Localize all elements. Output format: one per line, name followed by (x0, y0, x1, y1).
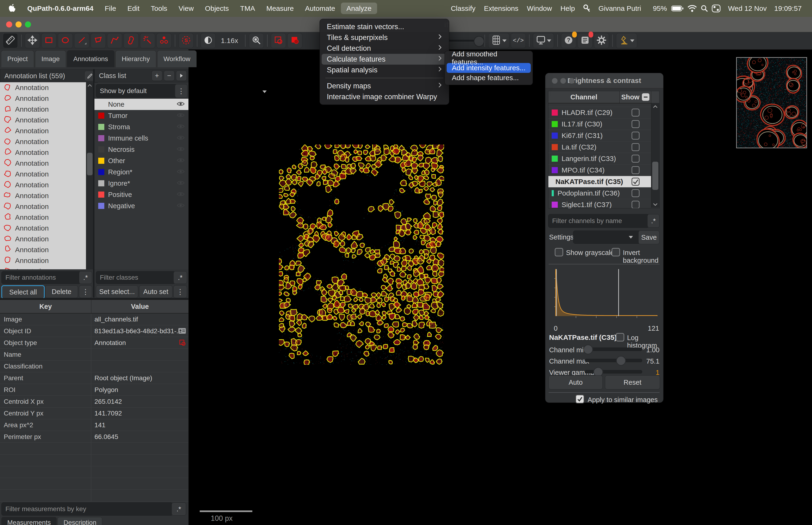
eye-icon[interactable] (177, 134, 185, 142)
channel-max-slider[interactable] (585, 359, 642, 362)
eye-icon[interactable] (177, 157, 185, 165)
show-column-header[interactable]: Show (619, 91, 651, 103)
measurement-row-classification[interactable]: Classification (0, 360, 188, 372)
dialog-title-bar[interactable]: Brightness & contrast (545, 73, 663, 88)
show-all-checkbox[interactable] (642, 93, 649, 101)
remove-class-button[interactable]: − (164, 71, 174, 81)
menu-item-density-maps[interactable]: Density maps (322, 80, 447, 91)
menu-item-calculate-features[interactable]: Calculate features (322, 54, 447, 65)
key-column-header[interactable]: Key (0, 300, 91, 313)
channel-row-hladr[interactable]: HLADR.tif (C29) (548, 107, 659, 118)
annotation-more-options-button[interactable]: ⋮ (79, 285, 92, 298)
class-color-swatch[interactable] (98, 146, 104, 152)
menu-item-estimate-stain-vectors-[interactable]: Estimate stain vectors... (322, 21, 447, 32)
menubar-item-view[interactable]: View (173, 3, 199, 14)
filter-channels-input[interactable]: Filter channels by name (548, 214, 649, 228)
channel-show-checkbox[interactable] (631, 143, 640, 151)
show-annotations-button[interactable] (271, 33, 286, 48)
annotation-list-item[interactable]: Annotation (0, 266, 93, 269)
channel-row-mpo[interactable]: MPO.tif (C34) (548, 165, 659, 176)
measurement-row-image[interactable]: Imageall_channels.tif (0, 314, 188, 325)
class-color-swatch[interactable] (98, 169, 104, 175)
zoom-window-button[interactable] (25, 21, 31, 28)
channel-color-swatch[interactable] (552, 133, 558, 139)
tab-hierarchy[interactable]: Hierarchy (116, 50, 156, 67)
measurement-row-centroid-x-px[interactable]: Centroid X px265.0142 (0, 396, 188, 407)
eye-icon[interactable] (177, 101, 185, 108)
class-item-none[interactable]: None (94, 99, 188, 110)
invert-background-checkbox[interactable] (612, 248, 620, 256)
channel-row-siglec1[interactable]: Siglec1.tif (C37) (548, 199, 659, 208)
annotation-list-item[interactable]: Annotation (0, 180, 93, 190)
brush-tool-button[interactable] (124, 33, 139, 48)
annotation-list-item[interactable]: Annotation (0, 223, 93, 234)
channel-min-slider[interactable] (585, 348, 642, 351)
channel-show-checkbox[interactable] (631, 166, 640, 174)
auto-set-button[interactable]: Auto set (139, 285, 172, 298)
measurement-row-object-id[interactable]: Object ID813ed1a3-b6e3-48d2-bd31-... (0, 325, 188, 337)
annotation-list-item[interactable]: Annotation (0, 234, 93, 244)
auto-button[interactable]: Auto (549, 375, 603, 389)
channel-show-checkbox[interactable] (631, 132, 640, 139)
tab-project[interactable]: Project (1, 50, 34, 67)
minimize-window-button[interactable] (16, 21, 21, 28)
channel-show-checkbox[interactable] (631, 155, 640, 163)
slider-thumb[interactable] (616, 356, 626, 366)
tab-annotations[interactable]: Annotations (67, 50, 114, 67)
channel-show-checkbox[interactable] (631, 189, 640, 197)
rectangle-tool-button[interactable] (41, 33, 56, 48)
channel-list-scrollbar[interactable] (651, 103, 659, 208)
filter-measurements-input[interactable]: Filter measurements by key (1, 502, 173, 515)
class-color-swatch[interactable] (98, 192, 104, 198)
log-histogram-checkbox[interactable] (616, 333, 624, 342)
class-color-swatch[interactable] (98, 203, 104, 209)
tab-workflow[interactable]: Workflow (157, 50, 197, 67)
channel-row-partial[interactable] (548, 103, 659, 107)
annotation-scrollbar-thumb[interactable] (87, 153, 93, 175)
menu-item-cell-detection[interactable]: Cell detection (322, 43, 447, 54)
measurement-row-centroid-y-px[interactable]: Centroid Y px141.7092 (0, 407, 188, 419)
menubar-item-tools[interactable]: Tools (145, 3, 173, 14)
menu-item-tiles-superpixels[interactable]: Tiles & superpixels (322, 32, 447, 43)
annotation-list-item[interactable]: Annotation (0, 169, 93, 180)
channel-row-nakatpase[interactable]: NaKATPase.tif (C35) (548, 176, 659, 188)
channel-scrollbar-thumb[interactable] (652, 162, 658, 190)
measurement-row-name[interactable]: Name (0, 349, 188, 360)
channel-color-swatch[interactable] (552, 155, 558, 162)
filter-annotations-input[interactable]: Filter annotations (1, 271, 81, 284)
eye-icon[interactable] (177, 146, 185, 153)
annotation-list-item[interactable]: Annotation (0, 158, 93, 169)
select-all-button[interactable]: Select all (1, 285, 45, 299)
eye-icon[interactable] (177, 191, 185, 198)
menubar-item-analyze[interactable]: Analyze (341, 3, 377, 14)
opacity-slider-thumb[interactable] (474, 36, 485, 47)
channel-color-swatch[interactable] (552, 109, 558, 116)
selection-mode-button[interactable]: S (179, 33, 194, 48)
channel-row-il17[interactable]: IL17.tif (C30) (548, 118, 659, 130)
control-center-icon[interactable] (712, 4, 721, 13)
class-item-other[interactable]: Other (94, 155, 188, 166)
save-settings-button[interactable]: Save (638, 230, 659, 244)
menubar-item-automate[interactable]: Automate (299, 3, 341, 14)
channel-show-checkbox[interactable] (631, 201, 640, 208)
channel-row-podoplanin[interactable]: Podoplanin.tif (C36) (548, 188, 659, 199)
delete-button[interactable]: Delete (45, 285, 78, 298)
class-item-region-[interactable]: Region* (94, 166, 188, 178)
settings-select[interactable] (573, 230, 641, 244)
fill-annotations-button[interactable] (287, 33, 302, 48)
annotation-list-item[interactable]: Annotation (0, 190, 93, 201)
annotation-list-item[interactable]: Annotation (0, 147, 93, 158)
channel-color-swatch[interactable] (552, 121, 558, 127)
menubar-item-help[interactable]: Help (556, 3, 579, 14)
apply-similar-checkbox[interactable] (576, 394, 584, 404)
menubar-date[interactable]: Wed 12 Nov (724, 3, 771, 14)
eye-icon[interactable] (177, 168, 185, 176)
show-grayscale-checkbox[interactable] (555, 248, 563, 256)
class-item-negative[interactable]: Negative (94, 200, 188, 211)
menu-item-spatial-analysis[interactable]: Spatial analysis (322, 65, 447, 75)
eye-icon[interactable] (177, 180, 185, 187)
measurement-row-roi[interactable]: ROIPolygon (0, 384, 188, 396)
annotation-list-item[interactable]: Annotation (0, 93, 93, 104)
reset-button[interactable]: Reset (605, 375, 660, 389)
tma-grid-button[interactable] (488, 33, 509, 48)
